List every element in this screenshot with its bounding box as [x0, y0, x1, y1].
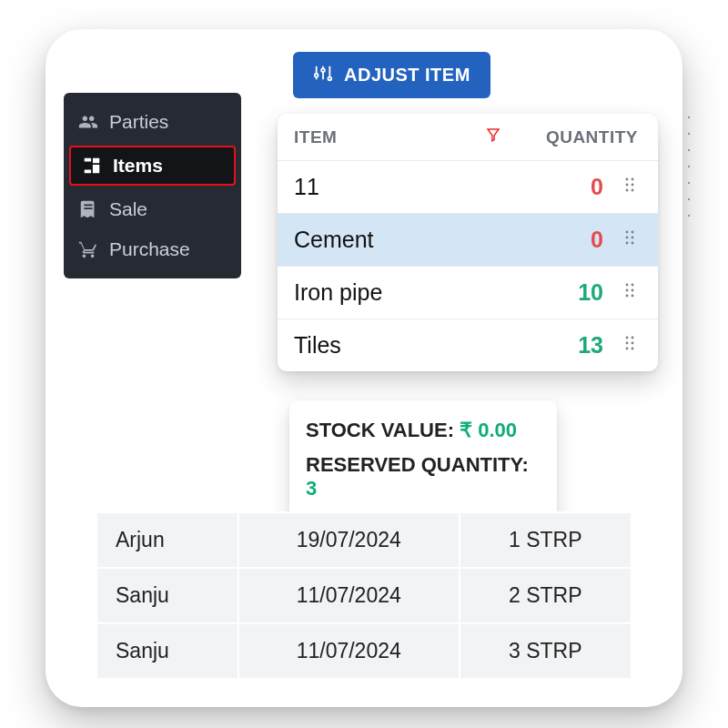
svg-point-22: [632, 337, 634, 339]
sidebar-item-purchase[interactable]: Purchase: [64, 229, 241, 269]
items-row[interactable]: Cement 0: [278, 213, 658, 266]
item-qty: 0: [521, 227, 603, 253]
table-row[interactable]: Sanju 11/07/2024 2 STRP: [96, 568, 632, 623]
reserved-value: 3: [306, 477, 317, 500]
svg-point-8: [632, 189, 634, 192]
row-menu-icon[interactable]: [618, 230, 642, 249]
sidebar-item-label: Sale: [109, 198, 147, 220]
item-qty: 10: [521, 279, 603, 306]
svg-point-20: [632, 295, 634, 298]
row-menu-icon[interactable]: [618, 177, 642, 197]
svg-point-7: [626, 189, 629, 192]
ledger-name: Arjun: [96, 512, 238, 568]
sidebar-item-label: Items: [113, 155, 163, 177]
cart-icon: [78, 239, 98, 259]
items-table-header: ITEM QUANTITY: [278, 114, 658, 160]
adjust-item-label: ADJUST ITEM: [344, 65, 470, 86]
sidebar-item-label: Purchase: [109, 238, 190, 260]
box-icon: [82, 156, 102, 176]
svg-point-2: [329, 77, 332, 81]
reserved-label: RESERVED QUANTITY:: [306, 453, 529, 476]
column-quantity[interactable]: QUANTITY: [541, 127, 642, 147]
svg-point-1: [321, 68, 325, 72]
svg-point-13: [626, 242, 629, 245]
reserved-line: RESERVED QUANTITY: 3: [304, 448, 542, 506]
items-row[interactable]: Iron pipe 10: [278, 266, 658, 318]
sidebar-item-items[interactable]: Items: [69, 146, 236, 186]
ledger-amount: 1 STRP: [460, 512, 632, 568]
items-row[interactable]: 11 0: [278, 160, 658, 213]
svg-point-17: [626, 289, 629, 292]
svg-point-16: [632, 284, 634, 287]
stock-value-label: STOCK VALUE:: [306, 419, 460, 441]
row-menu-icon[interactable]: [618, 336, 642, 355]
svg-point-5: [626, 184, 629, 187]
main-card: Parties Items Sale Purchase: [46, 29, 682, 707]
svg-point-11: [626, 237, 629, 239]
svg-point-3: [626, 178, 629, 181]
filter-icon[interactable]: [485, 126, 501, 147]
sliders-icon: [313, 63, 333, 87]
ledger-name: Sanju: [96, 568, 238, 623]
item-qty: 0: [521, 174, 603, 200]
row-menu-icon[interactable]: [618, 283, 642, 302]
ledger-date: 19/07/2024: [238, 512, 460, 568]
svg-point-4: [632, 178, 634, 181]
item-name: 11: [294, 174, 521, 200]
svg-point-12: [632, 237, 634, 239]
svg-point-18: [632, 289, 634, 292]
adjust-item-button[interactable]: ADJUST ITEM: [293, 52, 490, 98]
svg-point-15: [626, 284, 629, 287]
ledger-amount: 3 STRP: [460, 623, 632, 679]
ledger-amount: 2 STRP: [460, 568, 632, 623]
stock-info-box: STOCK VALUE: ₹ 0.00 RESERVED QUANTITY: 3: [289, 400, 557, 519]
column-item[interactable]: ITEM: [294, 127, 485, 147]
svg-point-10: [632, 231, 634, 234]
stock-value: ₹ 0.00: [460, 419, 517, 441]
item-name: Cement: [294, 227, 521, 253]
svg-point-6: [632, 184, 634, 187]
sidebar-item-label: Parties: [109, 111, 168, 133]
svg-point-23: [626, 342, 629, 345]
svg-point-24: [632, 342, 634, 345]
sidebar-item-parties[interactable]: Parties: [64, 102, 241, 142]
ledger-date: 11/07/2024: [238, 568, 460, 623]
svg-point-26: [632, 348, 634, 350]
item-qty: 13: [521, 332, 603, 359]
ledger-name: Sanju: [96, 623, 238, 679]
sidebar-item-sale[interactable]: Sale: [64, 189, 241, 229]
items-table: ITEM QUANTITY 11 0 Cement 0: [278, 114, 658, 371]
stock-value-line: STOCK VALUE: ₹ 0.00: [304, 413, 542, 448]
item-name: Tiles: [294, 332, 521, 359]
ledger-date: 11/07/2024: [238, 623, 460, 679]
svg-point-19: [626, 295, 629, 298]
items-row[interactable]: Tiles 13: [278, 318, 658, 371]
svg-point-14: [632, 242, 634, 245]
receipt-icon: [78, 199, 98, 219]
sidebar: Parties Items Sale Purchase: [64, 93, 241, 278]
item-name: Iron pipe: [294, 279, 521, 306]
svg-point-9: [626, 231, 629, 234]
table-row[interactable]: Arjun 19/07/2024 1 STRP: [96, 512, 632, 568]
people-icon: [78, 112, 98, 132]
table-row[interactable]: Sanju 11/07/2024 3 STRP: [96, 623, 632, 679]
svg-point-25: [626, 348, 629, 350]
ledger-table: Arjun 19/07/2024 1 STRP Sanju 11/07/2024…: [96, 511, 632, 680]
svg-point-0: [315, 74, 318, 77]
svg-point-21: [626, 337, 629, 339]
